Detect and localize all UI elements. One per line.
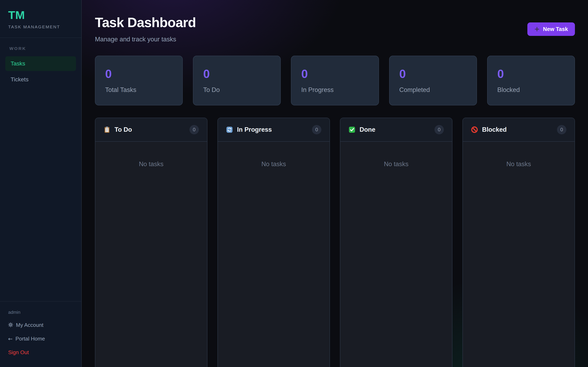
sign-out-link[interactable]: Sign Out <box>8 349 73 356</box>
my-account-link[interactable]: My Account <box>8 322 73 328</box>
stat-label: Completed <box>399 86 467 94</box>
back-arrow-icon: ← <box>8 336 13 342</box>
app-logo-subtitle: TASK MANAGEMENT <box>8 25 73 29</box>
sign-out-label: Sign Out <box>8 349 29 356</box>
stat-value: 0 <box>301 68 369 80</box>
empty-state-text: No tasks <box>261 160 286 168</box>
kanban-column-blocked: Blocked 0 No tasks <box>462 118 575 367</box>
new-task-button[interactable]: New Task <box>527 22 575 36</box>
stat-card-todo: 0 To Do <box>193 56 281 105</box>
gear-icon <box>8 322 13 328</box>
column-body-todo[interactable]: No tasks <box>95 142 207 367</box>
column-body-blocked[interactable]: No tasks <box>463 142 575 367</box>
column-header-done: Done 0 <box>340 118 452 142</box>
username-label: admin <box>8 310 73 315</box>
refresh-icon <box>226 126 233 133</box>
column-title: Blocked <box>482 126 557 133</box>
check-icon <box>348 126 355 133</box>
stat-value: 0 <box>203 68 270 80</box>
stats-row: 0 Total Tasks 0 To Do 0 In Progress 0 Co… <box>95 56 575 105</box>
stat-card-in-progress: 0 In Progress <box>291 56 379 105</box>
column-title: In Progress <box>237 126 312 133</box>
empty-state-text: No tasks <box>384 160 408 168</box>
nav-section-label: WORK <box>9 46 72 51</box>
stat-label: Blocked <box>497 86 565 94</box>
kanban-column-done: Done 0 No tasks <box>340 118 452 367</box>
column-header-todo: To Do 0 <box>95 118 207 142</box>
kanban-column-todo: To Do 0 No tasks <box>95 118 208 367</box>
column-count-badge: 0 <box>434 125 444 134</box>
plus-icon <box>534 26 540 32</box>
my-account-label: My Account <box>16 322 43 328</box>
page-subtitle: Manage and track your tasks <box>95 36 196 43</box>
page-title: Task Dashboard <box>95 16 196 30</box>
clipboard-icon <box>104 126 111 133</box>
column-title: Done <box>360 126 434 133</box>
page-header-text: Task Dashboard Manage and track your tas… <box>95 16 196 43</box>
empty-state-text: No tasks <box>506 160 531 168</box>
stat-card-blocked: 0 Blocked <box>487 56 575 105</box>
stat-label: To Do <box>203 86 270 94</box>
stat-value: 0 <box>105 68 173 80</box>
sidebar-item-label: Tasks <box>11 60 25 67</box>
column-header-blocked: Blocked 0 <box>463 118 575 142</box>
stat-label: Total Tasks <box>105 86 173 94</box>
app-logo: TM <box>8 9 73 21</box>
sidebar-nav: WORK Tasks Tickets <box>0 38 81 88</box>
stat-card-completed: 0 Completed <box>389 56 477 105</box>
column-body-done[interactable]: No tasks <box>340 142 452 367</box>
column-header-in-progress: In Progress 0 <box>218 118 329 142</box>
sidebar-item-label: Tickets <box>11 76 29 83</box>
stat-value: 0 <box>399 68 467 80</box>
sidebar-footer: admin My Account <box>0 301 81 367</box>
stat-label: In Progress <box>301 86 369 94</box>
kanban-board: To Do 0 No tasks In Progres <box>95 118 575 367</box>
portal-home-link[interactable]: ← Portal Home <box>8 336 73 342</box>
new-task-label: New Task <box>543 26 568 33</box>
sidebar-item-tickets[interactable]: Tickets <box>5 72 76 87</box>
sidebar: TM TASK MANAGEMENT WORK Tasks Tickets ad… <box>0 0 82 367</box>
column-count-badge: 0 <box>557 125 566 134</box>
empty-state-text: No tasks <box>139 160 164 168</box>
sidebar-item-tasks[interactable]: Tasks <box>5 56 76 71</box>
page-header: Task Dashboard Manage and track your tas… <box>95 16 575 43</box>
stat-card-total-tasks: 0 Total Tasks <box>95 56 183 105</box>
column-body-in-progress[interactable]: No tasks <box>218 142 329 367</box>
sidebar-header: TM TASK MANAGEMENT <box>0 0 81 38</box>
prohibited-icon <box>471 126 478 133</box>
column-count-badge: 0 <box>312 125 321 134</box>
stat-value: 0 <box>497 68 565 80</box>
column-count-badge: 0 <box>190 125 199 134</box>
kanban-column-in-progress: In Progress 0 No tasks <box>217 118 330 367</box>
portal-home-label: Portal Home <box>16 336 45 342</box>
column-title: To Do <box>114 126 190 133</box>
main-content: Task Dashboard Manage and track your tas… <box>82 0 588 367</box>
